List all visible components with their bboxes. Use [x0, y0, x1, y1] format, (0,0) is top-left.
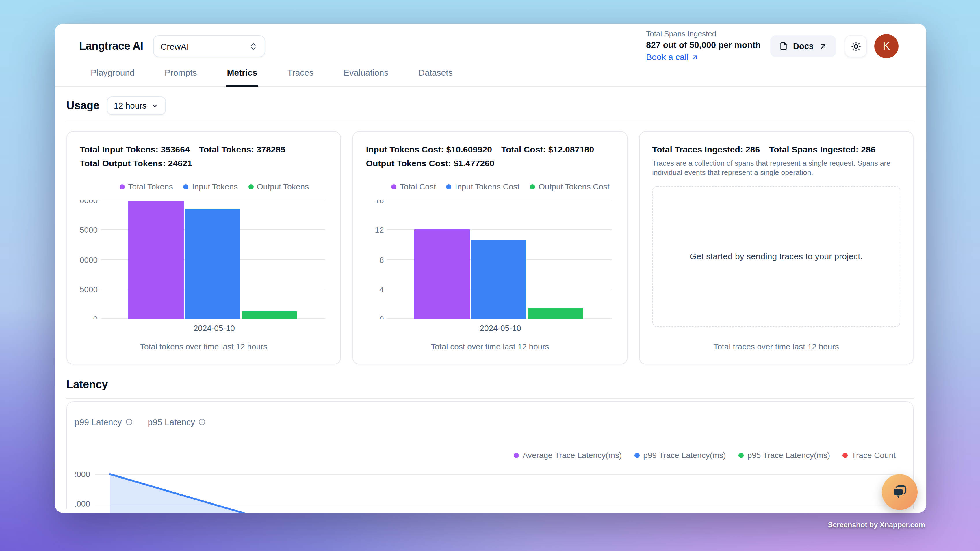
tab-datasets[interactable]: Datasets: [417, 64, 453, 86]
stat-total-traces-ingested: Total Traces Ingested: 286: [652, 144, 760, 154]
traces-chart-caption: Total traces over time last 12 hours: [652, 334, 900, 351]
x-axis-tick-label: 2024-05-10: [100, 324, 328, 333]
y-tick-label: 12: [375, 225, 384, 235]
latency-metric-tabs: p99 Latency p95 Latency: [67, 402, 913, 427]
app-window: Langtrace AI CrewAI Total Spans Ingested…: [55, 24, 926, 513]
latency-card: p99 Latency p95 Latency Average Trace La…: [67, 402, 913, 509]
app-header: Langtrace AI CrewAI Total Spans Ingested…: [55, 24, 926, 59]
y-tick-label: 190000: [80, 255, 98, 264]
legend-label: Total Tokens: [128, 182, 173, 191]
tokens-stats: Total Input Tokens: 353664 Total Tokens:…: [80, 144, 328, 168]
traces-description: Traces are a collection of spans that re…: [652, 159, 900, 178]
plot-area: [100, 200, 328, 319]
legend-item: Output Tokens Cost: [530, 182, 609, 191]
plot-area: [387, 200, 614, 319]
legend-label: p99 Trace Latency(ms): [643, 451, 726, 460]
legend-item: Input Tokens Cost: [446, 182, 520, 191]
docs-button[interactable]: Docs: [770, 35, 836, 57]
time-range-select[interactable]: 12 hours: [107, 97, 166, 115]
brand-logo: Langtrace AI: [79, 40, 143, 52]
legend-dot: [248, 184, 253, 189]
legend-item: Average Trace Latency(ms): [514, 451, 622, 460]
latency-section-header: Latency: [67, 378, 913, 391]
tab-traces[interactable]: Traces: [286, 64, 315, 86]
book-a-call-link[interactable]: Book a call: [646, 52, 698, 64]
legend-item: Input Tokens: [183, 182, 238, 191]
y-tick-label: 8: [379, 255, 384, 264]
spans-meter-value: 827 out of 50,000 per month: [646, 39, 761, 51]
cost-chart-caption: Total cost over time last 12 hours: [366, 334, 614, 351]
traces-card: Total Traces Ingested: 286 Total Spans I…: [639, 131, 913, 364]
latency-area-fill: [110, 474, 313, 513]
usage-title: Usage: [67, 99, 99, 112]
p95-latency-label: p95 Latency: [148, 417, 195, 427]
avatar[interactable]: K: [874, 34, 899, 58]
traces-stats: Total Traces Ingested: 286 Total Spans I…: [652, 144, 900, 154]
traces-empty-state: Get started by sending traces to your pr…: [652, 186, 900, 327]
tab-evaluations[interactable]: Evaluations: [342, 64, 390, 86]
tab-playground[interactable]: Playground: [89, 64, 136, 86]
y-tick-label: 380000: [80, 200, 98, 205]
stat-total-cost: Total Cost: $12.087180: [501, 144, 594, 154]
y-tick-label: 285000: [80, 225, 98, 235]
legend-dot: [119, 184, 125, 189]
bars-group: [415, 200, 583, 319]
legend-label: Output Tokens Cost: [539, 182, 609, 191]
stat-output-tokens-cost: Output Tokens Cost: $1.477260: [366, 158, 495, 168]
chat-bubbles-icon: [891, 483, 908, 501]
desktop-background: Langtrace AI CrewAI Total Spans Ingested…: [0, 0, 980, 551]
latency-y-axis: 2000 1000: [75, 402, 90, 509]
y-tick-label: 95000: [80, 285, 98, 294]
usage-section-header: Usage 12 hours: [67, 97, 913, 115]
legend-dot: [391, 184, 396, 189]
tab-metrics[interactable]: Metrics: [226, 64, 259, 87]
project-selector-value: CrewAI: [161, 41, 244, 51]
legend-item: Total Cost: [391, 182, 436, 191]
spans-usage-meter: Total Spans Ingested 827 out of 50,000 p…: [646, 29, 761, 64]
section-divider: [67, 398, 913, 399]
chat-widget-button[interactable]: [882, 474, 918, 510]
legend-item: Trace Count: [843, 451, 896, 460]
time-range-value: 12 hours: [114, 101, 146, 110]
legend-dot: [843, 453, 848, 458]
x-axis-tick-label: 2024-05-10: [387, 324, 614, 333]
file-icon: [779, 41, 788, 51]
legend-label: Input Tokens Cost: [455, 182, 520, 191]
spans-meter-label: Total Spans Ingested: [646, 29, 761, 39]
docs-button-label: Docs: [793, 41, 814, 51]
y-axis: 095000190000285000380000: [80, 200, 100, 319]
arrow-up-right-icon: [691, 54, 698, 61]
legend-label: Input Tokens: [192, 182, 238, 191]
tokens-card: Total Input Tokens: 353664 Total Tokens:…: [67, 131, 341, 364]
cost-card: Input Tokens Cost: $10.609920 Total Cost…: [353, 131, 627, 364]
stat-total-output-tokens: Total Output Tokens: 24621: [80, 158, 192, 168]
y-tick-label: 0: [379, 314, 384, 319]
legend-label: Output Tokens: [257, 182, 309, 191]
y-tick-label: 0: [93, 314, 98, 319]
info-icon[interactable]: [199, 418, 206, 426]
y-tick-label: 1000: [75, 499, 90, 508]
cost-stats: Input Tokens Cost: $10.609920 Total Cost…: [366, 144, 614, 168]
chevrons-up-down-icon: [249, 42, 258, 51]
tokens-bar-chart: 095000190000285000380000: [80, 200, 328, 319]
tab-prompts[interactable]: Prompts: [164, 64, 198, 86]
legend-item: Output Tokens: [248, 182, 309, 191]
project-selector[interactable]: CrewAI: [153, 35, 265, 57]
usage-cards-row: Total Input Tokens: 353664 Total Tokens:…: [67, 131, 913, 364]
tokens-chart-caption: Total tokens over time last 12 hours: [80, 334, 328, 351]
bar-output-tokens: [242, 311, 297, 319]
info-icon[interactable]: [125, 418, 133, 426]
cost-bar-chart: 0481216: [366, 200, 614, 319]
tokens-chart-legend: Total Tokens Input Tokens Output Tokens: [100, 182, 328, 191]
tab-p95-latency[interactable]: p95 Latency: [148, 417, 206, 427]
stat-total-input-tokens: Total Input Tokens: 353664: [80, 144, 190, 154]
bar-total-cost: [415, 229, 470, 319]
screenshot-viewport: Langtrace AI CrewAI Total Spans Ingested…: [0, 0, 980, 551]
legend-item: Total Tokens: [119, 182, 173, 191]
latency-title: Latency: [67, 378, 108, 391]
bar-output-tokens-cost: [528, 308, 583, 319]
legend-dot: [514, 453, 519, 458]
theme-toggle-button[interactable]: [845, 35, 867, 57]
legend-item: p95 Trace Latency(ms): [739, 451, 830, 460]
cost-chart-legend: Total Cost Input Tokens Cost Output Toke…: [387, 182, 614, 191]
